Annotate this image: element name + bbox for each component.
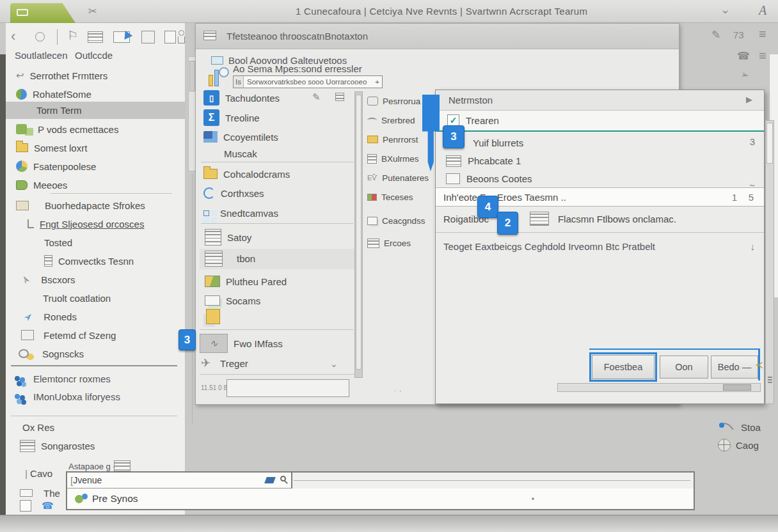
list-item[interactable]: Corthxses <box>203 185 264 201</box>
sidebar-item[interactable]: Elemtoncr roxmes <box>15 370 111 387</box>
category-item[interactable]: Penrrorst <box>367 131 418 148</box>
list-item[interactable]: Satoy <box>205 227 251 247</box>
sidebar-item[interactable]: Meeoes <box>16 176 67 193</box>
sidebar-tab-1[interactable]: Soutlatlecen <box>15 50 68 61</box>
sidebar-footer-item[interactable]: Songarostes <box>20 437 95 454</box>
list-settings-icon[interactable] <box>335 93 344 101</box>
sidebar-tab-2[interactable]: Outlccde <box>75 50 113 61</box>
sidebar-item[interactable]: ➢ Bscxors <box>21 271 75 288</box>
active-document-tab[interactable] <box>10 3 75 23</box>
expression-combo[interactable]: Is Sorwxorvatrksbeo sooo Uorrarcooeo + <box>233 75 383 88</box>
category-item[interactable]: Teceses <box>367 189 413 205</box>
description-text: Teoget Eaxtbeicgs Ceghdold Irveomn Btc P… <box>443 241 655 252</box>
sidebar-item[interactable]: ➢ Roneds <box>24 308 77 325</box>
category-item[interactable]: BXulrmes <box>367 150 419 167</box>
card-list-icon[interactable] <box>88 31 103 43</box>
chevron-down-icon[interactable]: ⌄ <box>330 359 338 369</box>
pencil-icon[interactable]: ✎ <box>711 28 720 42</box>
list-item[interactable]: Cohcalodcrams <box>203 166 290 182</box>
square-icon[interactable] <box>141 31 155 43</box>
chevron-right-icon[interactable]: ▶ <box>746 95 752 104</box>
notebook-icon <box>16 180 28 190</box>
middle-dialog-titlebar[interactable]: Tfetsteanoo throoscatnBnotaxton <box>196 24 679 49</box>
pencil-icon[interactable]: ✎ <box>312 91 321 103</box>
clock-icon[interactable] <box>35 32 45 42</box>
send-plane-icon: ✈ <box>201 356 210 370</box>
puzzle-icon <box>203 131 218 143</box>
sidebar-item[interactable]: Tosted <box>44 234 72 251</box>
dropdown-row[interactable]: Yuif blurrets ~ <box>436 133 764 152</box>
dropdown-header[interactable]: Netrmston ▶ <box>436 90 764 111</box>
list-item[interactable]: Snedtcamvas <box>203 205 278 221</box>
folder-icon <box>16 143 28 152</box>
flick-arrow-icon: ↩ <box>16 70 24 81</box>
dropdown-row[interactable]: ✓ Trearen 3 <box>436 111 764 132</box>
sidebar-item[interactable]: Fetemd cf Szeng <box>21 327 116 343</box>
sidebar-item-selected[interactable]: Torm Term <box>6 102 185 119</box>
list-item[interactable]: Socams <box>205 292 260 309</box>
sidebar-item[interactable]: ↩ Serrothet Frmtters <box>16 67 107 84</box>
list-toggle-icon[interactable] <box>114 460 131 471</box>
stop-link[interactable]: Stoa <box>719 419 761 435</box>
document-icon[interactable] <box>164 31 176 43</box>
sidebar-item[interactable]: Truolt coatlation <box>43 290 111 306</box>
person-card-icon: ▯ <box>203 90 219 106</box>
scissors-icon[interactable]: ✂ <box>88 5 97 17</box>
pin-icon[interactable]: ⚐ <box>67 28 78 43</box>
category-item[interactable]: Pesrrorua <box>367 93 420 109</box>
right-scrollbar-thumb[interactable] <box>766 123 773 164</box>
send-arrow-icon[interactable]: ➢ <box>740 68 750 82</box>
middle-scrollbar-thumb[interactable] <box>356 95 361 370</box>
category-item[interactable]: Ercoes <box>367 235 411 251</box>
search-input[interactable]: [ Jvenue <box>67 473 292 489</box>
middle-scrollbar[interactable] <box>354 91 363 378</box>
sidebar-item[interactable]: Fngt Sljeosesd orcosces <box>28 215 144 232</box>
sidebar-item[interactable]: IMonUobxa liforyess <box>15 388 120 405</box>
globe-link[interactable]: Caog <box>718 437 759 453</box>
sidebar-item[interactable]: Comvectks Tesnn <box>44 253 134 269</box>
panel-edge-line <box>192 174 193 423</box>
footer-field[interactable] <box>226 379 349 397</box>
pin-curve-icon <box>719 422 736 432</box>
sidebar-item[interactable]: Fsatenpoolese <box>16 158 96 175</box>
sidebar-item[interactable]: Somest loxrt <box>16 139 87 156</box>
right-scrollbar[interactable] <box>765 120 774 404</box>
back-icon[interactable]: ‹ <box>11 28 15 45</box>
ok-button[interactable]: Oon <box>660 356 708 379</box>
sidebar-item[interactable]: Buorhedapacte Sfrokes <box>16 197 145 214</box>
list-item-highlight[interactable]: tbon <box>200 249 354 269</box>
list-item[interactable]: Plutheu Pared <box>205 273 287 290</box>
sidebar-item[interactable]: Sognscks <box>19 345 84 362</box>
list-item[interactable]: ▯ Tachudontes <box>203 90 280 106</box>
horizontal-scrollbar[interactable] <box>557 383 761 392</box>
sidebar-footer-item[interactable]: The <box>20 485 60 501</box>
phone-icon[interactable]: ☎ <box>737 50 750 62</box>
copy-icon <box>367 217 377 225</box>
sidebar-item[interactable]: P vods ecmettaces <box>16 121 118 137</box>
menu-alt-icon[interactable]: ≡ <box>759 49 766 63</box>
search-result-row[interactable]: Pre Synos <box>67 489 694 509</box>
dropdown-row[interactable]: Phcabcate 1 <box>436 152 764 169</box>
list-item[interactable]: Σ Treoline <box>203 109 260 126</box>
divider <box>200 374 354 375</box>
category-item[interactable]: Ceacgndss <box>367 212 425 229</box>
category-item[interactable]: ΕѶ Putenateres <box>367 169 429 186</box>
list-item[interactable]: Muscak <box>224 145 257 162</box>
people-icon <box>75 495 83 503</box>
list-item[interactable]: ✈ Treger <box>201 355 248 372</box>
cancel-button[interactable]: Bedo — <box>711 356 758 379</box>
chevron-down-icon[interactable]: ⌄ <box>720 3 730 17</box>
sidebar-scrollbar-thumb[interactable] <box>189 61 195 91</box>
menu-icon[interactable]: ≡ <box>759 27 766 42</box>
primary-button[interactable]: Foestbea <box>592 355 655 379</box>
list-item[interactable]: ∿ Fwo IMfass <box>200 333 283 354</box>
sidebar-item[interactable]: RohatefSome <box>16 86 91 102</box>
category-item[interactable]: Srerbred <box>367 112 415 129</box>
dropdown-row[interactable]: Beoons Cootes ↓ <box>436 169 764 187</box>
account-icon[interactable]: A <box>759 3 766 18</box>
checkbox[interactable] <box>20 500 31 512</box>
list-icon <box>367 239 379 248</box>
list-item[interactable]: Ccoyemtilets <box>203 129 278 145</box>
stack-icon[interactable] <box>206 309 220 324</box>
horizontal-scrollbar-thumb[interactable] <box>723 384 751 391</box>
